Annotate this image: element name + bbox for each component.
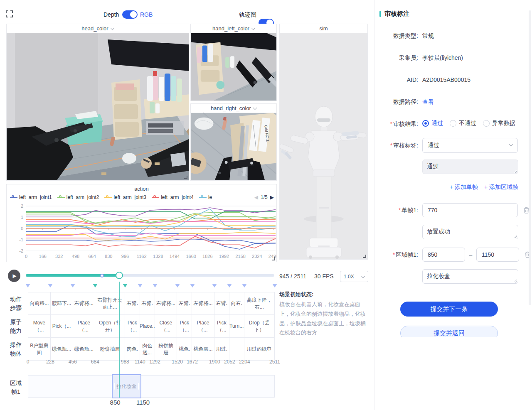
- legend-prev-icon[interactable]: ◀: [254, 194, 258, 200]
- textarea-resize-grip[interactable]: [514, 279, 517, 282]
- step-cell[interactable]: 向前移...: [28, 292, 51, 314]
- radio-option-通过[interactable]: 通过: [422, 120, 443, 127]
- page-scrollbar[interactable]: [529, 10, 531, 305]
- step-cell[interactable]: Close（...: [155, 315, 177, 337]
- step-marker-triangle-1900[interactable]: [212, 284, 217, 287]
- step-cell[interactable]: 腰部下...: [51, 292, 73, 314]
- step-cell[interactable]: Drop（丢下）: [244, 315, 274, 337]
- review-tag-select[interactable]: 通过: [422, 138, 518, 153]
- step-cell[interactable]: Pick（...: [177, 315, 192, 337]
- panel-resize-handle[interactable]: [184, 176, 187, 179]
- review-tag-value: 通过: [428, 142, 439, 149]
- panel-resize-handle[interactable]: [272, 257, 275, 260]
- step-marker-triangle-228[interactable]: [48, 284, 53, 287]
- data-path-link[interactable]: 查看: [422, 98, 434, 106]
- step-marker-triangle-684[interactable]: [93, 284, 98, 287]
- legend-item-left_arm_joint3[interactable]: left_arm_joint3: [104, 194, 146, 200]
- step-cell[interactable]: Place..: [140, 315, 155, 337]
- step-cell[interactable]: 桃色.: [177, 338, 192, 360]
- play-button[interactable]: ▶: [8, 270, 20, 282]
- step-marker-triangle-2204[interactable]: [242, 284, 247, 287]
- add-region-frame-link[interactable]: + 添加区域帧: [484, 184, 518, 191]
- step-cell[interactable]: 向右.: [229, 292, 244, 314]
- step-cell[interactable]: 高度下降，右...: [244, 292, 274, 314]
- legend-item-le[interactable]: le: [199, 194, 212, 200]
- step-cell[interactable]: 粉饼抽屉: [155, 338, 177, 360]
- legend-item-left_arm_joint2[interactable]: left_arm_joint2: [57, 194, 99, 200]
- step-marker-triangle-1292[interactable]: [153, 284, 158, 287]
- action-line-chart[interactable]: 210-1-2016633249866483099611621328149416…: [7, 204, 276, 260]
- region-frame-comment[interactable]: 拉化妆盒: [422, 269, 518, 284]
- step-cell[interactable]: 用过的纸巾: [244, 338, 274, 360]
- review-result-label: *审核结果:: [374, 120, 418, 128]
- step-cell[interactable]: Move（...: [28, 315, 51, 337]
- submit-return-button[interactable]: 提交并返回: [400, 326, 498, 337]
- review-tag-comment[interactable]: 通过: [422, 160, 518, 174]
- step-cell[interactable]: 绿色瓶...: [51, 338, 73, 360]
- step-cell[interactable]: B户型房间: [28, 338, 51, 360]
- region-start-input[interactable]: 850: [422, 248, 465, 262]
- step-cell[interactable]: 右臂.: [214, 292, 229, 314]
- step-cell[interactable]: 左臂.: [177, 292, 192, 314]
- legend-item-left_arm_joint4[interactable]: left_arm_joint4: [152, 194, 194, 200]
- hand-left-camera-panel: hand_left_color: [190, 24, 277, 101]
- radio-option-异常数据[interactable]: 异常数据: [483, 120, 515, 127]
- add-single-frame-link[interactable]: + 添加单帧: [450, 184, 478, 191]
- hand-left-camera-header[interactable]: hand_left_color: [191, 24, 276, 33]
- step-cell[interactable]: Turn...: [229, 315, 244, 337]
- segment-handle-left[interactable]: [114, 383, 115, 390]
- submit-next-button[interactable]: 提交并下一条: [400, 302, 498, 317]
- step-cell[interactable]: 绿色瓶...: [73, 338, 96, 360]
- speed-select[interactable]: 1.0X: [340, 271, 368, 282]
- step-cell[interactable]: Pick（...: [214, 315, 229, 337]
- step-cell[interactable]: Open（打开）: [95, 315, 125, 337]
- step-marker-triangle-2052[interactable]: [227, 284, 232, 287]
- single-frame-marker-dot[interactable]: [100, 274, 104, 277]
- step-cell[interactable]: Place（...: [73, 315, 96, 337]
- single-frame-comment[interactable]: 放置成功: [422, 225, 518, 239]
- step-marker-triangle-456[interactable]: [70, 284, 75, 287]
- step-cell[interactable]: 左臂将...: [192, 292, 214, 314]
- head-camera-header[interactable]: head_color: [7, 24, 189, 33]
- single-frame-input[interactable]: 770: [422, 203, 518, 217]
- legend-item-left_arm_joint1[interactable]: left_arm_joint1: [10, 194, 52, 200]
- step-marker-triangle-1520[interactable]: [175, 284, 180, 287]
- depth-rgb-toggle[interactable]: [122, 10, 138, 19]
- step-marker-triangle-1140[interactable]: [138, 284, 143, 287]
- fullscreen-icon[interactable]: [6, 10, 13, 19]
- frame-axis-label: 2204: [239, 359, 250, 365]
- hand-right-camera-header[interactable]: hand_right_color: [191, 104, 276, 113]
- textarea-resize-grip[interactable]: [514, 235, 517, 238]
- step-cell[interactable]: 肉色.: [125, 338, 140, 360]
- region-end-input[interactable]: 1150: [476, 248, 519, 262]
- step-cell[interactable]: 用过.: [214, 338, 229, 360]
- step-cell[interactable]: 右臂.: [125, 292, 140, 314]
- step-cell[interactable]: [229, 338, 244, 360]
- step-cell[interactable]: 肉色透...: [140, 338, 155, 360]
- step-cell[interactable]: Pick（...: [51, 315, 73, 337]
- region-track[interactable]: 拉化妆盒: [28, 375, 275, 398]
- step-cell[interactable]: 右臂将...: [73, 292, 96, 314]
- legend-next-icon[interactable]: ▶: [270, 194, 274, 200]
- radio-option-不通过[interactable]: 不通过: [450, 120, 476, 127]
- table-row: 向前移...腰部下...右臂将...右臂打开桌面上...右臂.右臂.右臂将...…: [28, 292, 275, 315]
- data-path-label: 数据路径:: [374, 98, 418, 106]
- step-marker-triangle-2511[interactable]: [272, 284, 277, 287]
- step-cell[interactable]: Place（...: [192, 315, 214, 337]
- step-cell[interactable]: 右臂打开桌面上...: [95, 292, 125, 314]
- step-cell[interactable]: 桃色唇...: [192, 338, 214, 360]
- segment-handle-right[interactable]: [138, 383, 139, 390]
- info-field-label: 采集员:: [374, 54, 418, 62]
- panel-resize-handle[interactable]: [363, 255, 366, 258]
- step-marker-triangle-988[interactable]: [123, 284, 128, 287]
- step-cell[interactable]: 粉饼抽屉: [95, 338, 125, 360]
- timeline-slider-knob[interactable]: [116, 272, 123, 279]
- region-segment[interactable]: 拉化妆盒: [112, 374, 141, 398]
- step-cell[interactable]: Pick（...: [125, 315, 140, 337]
- info-field-value: 常规: [422, 32, 434, 40]
- textarea-resize-grip[interactable]: [514, 169, 517, 173]
- step-cell[interactable]: 右臂.: [140, 292, 155, 314]
- step-cell[interactable]: 右臂将...: [155, 292, 177, 314]
- step-marker-triangle-0[interactable]: [25, 284, 30, 287]
- step-marker-triangle-1672[interactable]: [190, 284, 195, 287]
